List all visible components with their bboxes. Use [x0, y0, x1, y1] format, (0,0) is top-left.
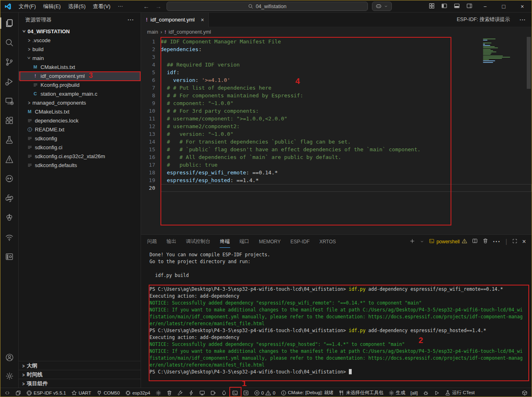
menu-item[interactable]: 文件(F) — [15, 1, 40, 12]
status-com-port[interactable]: COM50 — [96, 390, 120, 396]
activity-explorer[interactable] — [0, 13, 19, 33]
terminal-dropdown-icon[interactable] — [420, 238, 424, 245]
activity-settings[interactable] — [0, 367, 19, 385]
layout-grid-button[interactable] — [429, 3, 435, 11]
activity-espressif[interactable] — [0, 227, 19, 247]
sidebar-more-icon[interactable]: ··· — [128, 17, 134, 23]
kill-terminal-button[interactable] — [483, 238, 488, 245]
menu-item[interactable]: ··· — [114, 1, 127, 12]
activity-run-debug[interactable] — [0, 72, 19, 91]
back-arrow-icon[interactable]: ← — [142, 3, 150, 10]
activity-search[interactable] — [0, 33, 19, 52]
tree-item[interactable]: sdkconfig.ci.esp32c2_xtal26m — [19, 152, 141, 161]
command-center-search[interactable]: 04_wifistation — [167, 2, 368, 11]
maximize-button[interactable]: □ — [494, 0, 513, 13]
tree-item[interactable]: >managed_components — [19, 98, 141, 107]
tree-item[interactable]: >.vscode — [19, 36, 141, 45]
activity-cmake[interactable] — [0, 150, 19, 169]
status-menuconfig[interactable] — [156, 390, 161, 396]
status-idf-terminal[interactable] — [232, 390, 238, 396]
panel-tab[interactable]: 终端 — [220, 236, 230, 248]
minimize-button[interactable]: − — [476, 0, 494, 13]
sidebar-section[interactable]: >时间线 — [19, 370, 141, 379]
activity-account[interactable] — [0, 348, 19, 367]
tree-item[interactable]: !idf_component.yml — [19, 71, 141, 80]
breadcrumb-folder[interactable]: main — [147, 29, 158, 35]
split-terminal-button[interactable] — [472, 238, 478, 245]
activity-source-control[interactable] — [0, 52, 19, 72]
panel-tab[interactable]: 输出 — [166, 236, 177, 247]
code-editor[interactable]: 1234567891011121314151617181920 ## IDF C… — [141, 37, 532, 234]
tree-item[interactable]: MCMakeLists.txt — [19, 107, 141, 116]
espidf-search-hint-button[interactable]: ESP-IDF: 搜索错误提示 — [457, 16, 510, 23]
forward-arrow-icon[interactable]: → — [154, 3, 162, 10]
activity-platformio[interactable] — [0, 169, 19, 189]
status-flash[interactable] — [188, 390, 194, 396]
close-button[interactable]: × — [513, 0, 532, 13]
status-build-tool[interactable] — [177, 390, 183, 396]
activity-raspberry[interactable] — [0, 208, 19, 227]
status-run-launch[interactable] — [434, 390, 440, 396]
terminal-output[interactable]: Done! You can now compile ESP-IDF projec… — [141, 248, 532, 388]
status-restore-windows[interactable] — [15, 390, 21, 396]
menu-item[interactable]: 选择(S) — [64, 1, 89, 12]
tree-item[interactable]: sdkconfig.ci — [19, 143, 141, 152]
tree-item[interactable]: dependencies.lock — [19, 116, 141, 125]
status-toolkit[interactable]: 未选择任何工具包 — [339, 390, 383, 396]
tab-close-icon[interactable]: × — [201, 17, 204, 23]
status-problems[interactable]: 00 — [254, 390, 276, 396]
panel-tab[interactable]: 问题 — [147, 236, 157, 247]
status-monitor[interactable] — [199, 390, 205, 396]
tree-item[interactable]: README.txt — [19, 125, 141, 134]
editor-scrollbar[interactable] — [526, 37, 531, 234]
close-panel-icon[interactable]: × — [522, 238, 526, 245]
new-terminal-button[interactable] — [410, 238, 415, 245]
sidebar-section[interactable]: >项目组件 — [19, 379, 141, 388]
activity-extensions[interactable] — [0, 111, 19, 130]
breadcrumb[interactable]: main › ! idf_component.yml — [141, 27, 532, 37]
panel-left-button[interactable] — [441, 3, 447, 11]
tree-item[interactable]: sdkconfig — [19, 134, 141, 143]
panel-tab[interactable]: 端口 — [239, 236, 250, 247]
tree-item[interactable]: Kconfig.projbuild — [19, 80, 141, 89]
status-esp-idf-version[interactable]: ESP-IDF v5.5.1 — [26, 390, 66, 396]
activity-testing[interactable] — [0, 130, 19, 150]
tree-item[interactable]: >build — [19, 45, 141, 54]
status-target-all[interactable]: [all] — [410, 391, 418, 395]
panel-more-icon[interactable]: ··· — [493, 238, 501, 245]
panel-bottom-button[interactable] — [454, 3, 460, 11]
status-build-target[interactable]: 生成 — [389, 390, 405, 396]
tree-item[interactable]: sdkconfig.defaults — [19, 161, 141, 170]
breadcrumb-file[interactable]: idf_component.yml — [169, 29, 211, 35]
tree-item[interactable]: Cstation_example_main.c — [19, 89, 141, 98]
copilot-button[interactable] — [372, 2, 392, 11]
tree-item[interactable]: MCMakeLists.txt — [19, 62, 141, 71]
menu-item[interactable]: 编辑(E) — [40, 1, 64, 12]
status-cmake-status[interactable]: CMake: [Debug]: 就绪 — [281, 390, 333, 396]
status-uart[interactable]: UART — [71, 390, 91, 396]
activity-device-board[interactable] — [0, 247, 19, 266]
status-remote-indicator[interactable] — [4, 390, 10, 396]
status-target-chip[interactable]: esp32p4 — [125, 390, 150, 396]
activity-remote-explorer[interactable] — [0, 91, 19, 111]
status-full-clean[interactable] — [167, 390, 172, 396]
status-open-command[interactable] — [243, 390, 249, 396]
tree-item[interactable]: >main — [19, 54, 141, 62]
panel-tab[interactable]: 调试控制台 — [186, 236, 211, 247]
status-run-ctest[interactable]: 运行 CTest — [445, 390, 475, 396]
maximize-panel-button[interactable] — [512, 238, 517, 245]
status-erase-flash[interactable] — [221, 390, 227, 396]
editor-more-icon[interactable]: ··· — [520, 17, 526, 23]
panel-tab[interactable]: MEMORY — [259, 236, 281, 247]
panel-tab[interactable]: ESP-IDF — [290, 236, 310, 247]
panel-tab[interactable]: XRTOS — [319, 236, 336, 247]
tab-idf-component-yml[interactable]: ! idf_component.yml × — [141, 13, 209, 27]
code-area[interactable]: ## IDF Component Manager Manifest Filede… — [160, 37, 532, 234]
panel-right-button[interactable] — [466, 3, 472, 11]
activity-python[interactable] — [0, 189, 19, 208]
terminal-shell-item[interactable]: powershell — [429, 238, 467, 245]
tree-item[interactable]: >04_WIFISTATION — [19, 27, 141, 36]
menu-item[interactable]: 查看(V) — [89, 1, 114, 12]
status-debug-launch[interactable] — [423, 390, 429, 396]
status-package[interactable] — [522, 390, 528, 396]
